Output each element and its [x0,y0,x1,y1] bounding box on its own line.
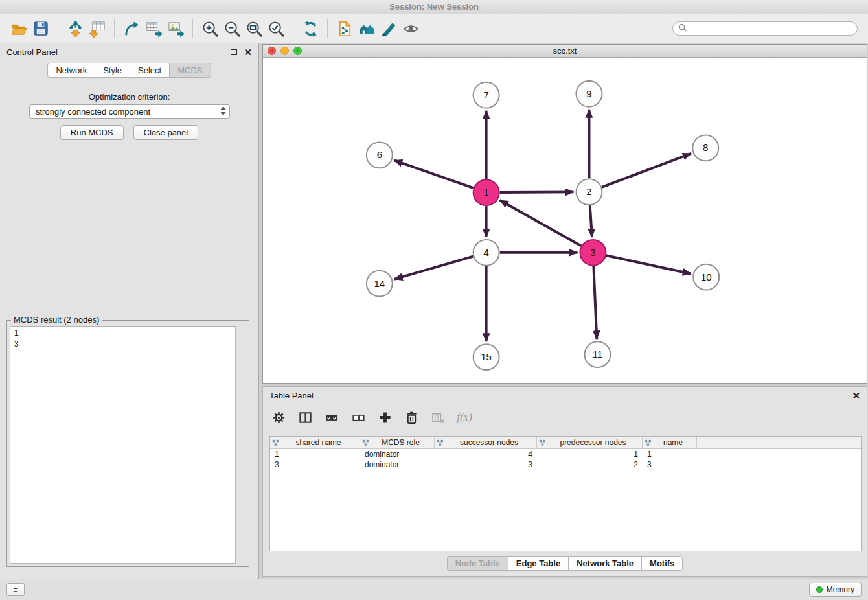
zoom-selected-icon[interactable] [265,17,287,40]
panel-selector-button[interactable]: ≡ [6,583,25,596]
status-bar: ≡ Memory [0,579,868,600]
dropdown-stepper-icon [220,106,227,118]
node-4[interactable]: 4 [474,240,499,266]
node-3[interactable]: 3 [580,240,606,266]
column-type-icon [437,439,444,446]
node-8[interactable]: 8 [692,135,718,161]
network-canvas[interactable]: 7968124314101511 [263,58,867,383]
zoom-in-icon[interactable] [199,17,221,40]
toolbar-separator [293,19,293,38]
edge-4-14[interactable] [394,257,474,279]
column-label: successor nodes [444,438,534,447]
column-header-shared-name[interactable]: shared name [270,437,360,448]
column-type-icon [362,439,369,446]
column-header-successor-nodes[interactable]: successor nodes [435,437,537,448]
memory-button[interactable]: Memory [809,583,862,597]
svg-text:10: 10 [701,271,712,283]
float-table-panel-icon[interactable] [839,393,845,398]
list-icon: ≡ [13,585,18,595]
close-panel-button[interactable]: Close panel [133,125,199,140]
delete-columns-icon[interactable] [429,408,447,426]
tab-mcds[interactable]: MCDS [169,63,211,78]
open-file-icon[interactable] [8,17,30,40]
tab-select[interactable]: Select [130,63,170,78]
svg-text:2: 2 [586,186,591,197]
svg-text:11: 11 [593,349,603,360]
tab-node-table[interactable]: Node Table [447,556,508,571]
close-table-panel-icon[interactable]: ✕ [852,391,860,400]
node-6[interactable]: 6 [367,142,393,168]
column-header-predecessor-nodes[interactable]: predecessor nodes [537,437,643,448]
svg-text:15: 15 [481,351,492,362]
node-1[interactable]: 1 [474,179,499,205]
columns-icon[interactable] [296,408,314,426]
tab-network[interactable]: Network [47,63,95,78]
deselect-all-icon[interactable] [349,408,367,426]
column-header-MCDS-role[interactable]: MCDS role [360,437,435,448]
optimization-label: Optimization criterion: [0,92,258,102]
tab-edge-table[interactable]: Edge Table [508,556,569,571]
tab-style[interactable]: Style [95,63,130,78]
tab-motifs[interactable]: Motifs [641,556,683,571]
close-window-icon[interactable]: × [268,47,276,55]
column-header-name[interactable]: name [643,437,697,448]
edge-3-11[interactable] [593,266,597,340]
copy-network-icon[interactable] [334,17,356,40]
search-field[interactable] [672,21,858,36]
apply-style-icon[interactable] [378,17,400,40]
select-all-icon[interactable] [323,408,341,426]
edge-2-8[interactable] [602,154,691,187]
function-icon[interactable]: f(x) [455,408,474,426]
network-window-titlebar: × − + scc.txt [263,45,867,58]
svg-text:6: 6 [377,149,382,160]
node-7[interactable]: 7 [474,82,499,108]
network-from-table-icon[interactable] [143,17,165,40]
refresh-icon[interactable] [299,17,321,40]
mcds-result-list[interactable]: 13 [10,326,236,564]
node-11[interactable]: 11 [584,341,610,367]
export-image-icon[interactable] [165,17,187,40]
show-hide-graphics-icon[interactable] [400,17,422,40]
run-mcds-button[interactable]: Run MCDS [60,125,124,140]
node-15[interactable]: 15 [474,344,499,370]
minimize-window-icon[interactable]: − [280,47,289,55]
tab-network-table[interactable]: Network Table [568,556,642,571]
table-row[interactable]: 3dominator323 [270,459,861,470]
table-panel-title: Table Panel [269,391,839,400]
edge-1-6[interactable] [394,160,473,188]
toolbar-separator [58,19,58,38]
delete-row-icon[interactable] [402,408,420,426]
zoom-window-icon[interactable]: + [293,47,302,55]
search-input[interactable] [690,23,852,34]
column-label: MCDS role [369,438,432,447]
node-9[interactable]: 9 [576,81,602,107]
edge-1-2[interactable] [500,192,574,192]
memory-label: Memory [827,585,854,594]
float-panel-icon[interactable] [231,49,237,55]
new-network-icon[interactable] [120,17,143,40]
edge-3-10[interactable] [606,255,691,273]
app-window: Session: New Session Control Panel ✕ Net… [0,0,868,600]
settings-icon[interactable] [269,408,288,426]
node-2[interactable]: 2 [576,179,602,205]
table-row[interactable]: 1dominator411 [270,449,861,459]
mcds-result-title: MCDS result (2 nodes) [11,315,102,325]
first-neighbors-icon[interactable] [356,17,378,40]
zoom-out-icon[interactable] [221,17,243,40]
zoom-fit-icon[interactable] [243,17,265,40]
svg-text:9: 9 [586,88,591,99]
save-session-icon[interactable] [30,17,52,40]
criterion-dropdown[interactable]: strongly connected component [29,104,230,119]
add-row-icon[interactable] [376,408,394,426]
close-panel-icon[interactable]: ✕ [244,47,252,57]
import-table-icon[interactable] [86,17,108,40]
column-type-icon [539,439,546,446]
edge-3-1[interactable] [500,200,582,246]
node-14[interactable]: 14 [367,271,393,297]
criterion-value: strongly connected component [36,107,220,117]
node-10[interactable]: 10 [693,264,719,290]
search-icon [678,23,687,34]
edge-2-3[interactable] [590,205,592,237]
import-network-icon[interactable] [64,17,86,40]
table-cell: 1 [643,450,697,459]
